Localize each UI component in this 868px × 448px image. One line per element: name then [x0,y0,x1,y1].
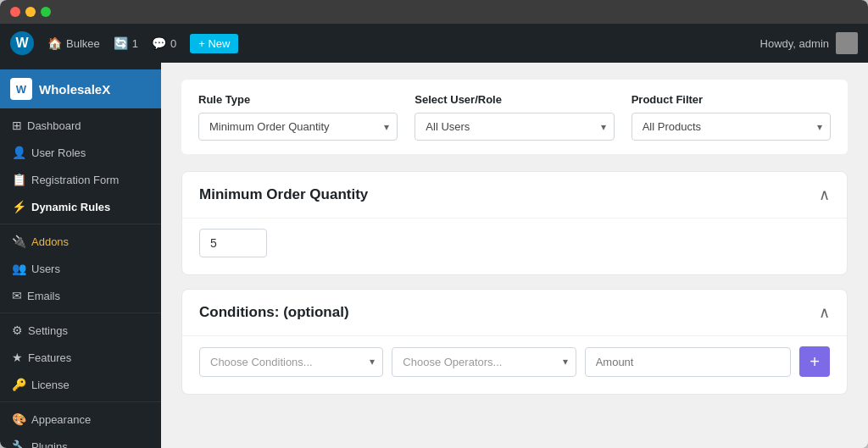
close-button[interactable] [10,7,20,17]
choose-conditions-wrapper: Choose Conditions... [199,347,383,377]
users-icon: 👥 [12,262,26,275]
sidebar-item-emails[interactable]: ✉ Emails [0,282,161,309]
sidebar: W WholesaleX ⊞ Dashboard 👤 User Roles 📋 … [0,63,161,448]
rule-type-row: Rule Type Minimum Order Quantity Select … [181,80,848,154]
sidebar-brand[interactable]: W WholesaleX [0,69,161,108]
amount-input[interactable] [585,347,791,377]
maximize-button[interactable] [41,7,51,17]
conditions-toggle-icon[interactable]: ∧ [819,303,830,322]
product-filter-field: Product Filter All Products [632,93,831,141]
updates-count: 1 [132,37,138,50]
sidebar-item-label: Settings [28,324,68,337]
sidebar-item-features[interactable]: ★ Features [0,344,161,371]
conditions-body: Choose Conditions... Choose Operators...… [182,335,847,394]
product-filter-select-wrapper: All Products [632,113,831,141]
sidebar-item-user-roles[interactable]: 👤 User Roles [0,139,161,166]
product-filter-label: Product Filter [632,93,831,106]
addons-icon: 🔌 [12,235,26,248]
plugins-icon: 🔧 [12,440,26,448]
choose-conditions-select[interactable]: Choose Conditions... [199,347,383,377]
sidebar-item-label: Appearance [31,413,91,426]
content-area: Rule Type Minimum Order Quantity Select … [161,63,868,448]
minimize-button[interactable] [25,7,36,17]
sidebar-divider-2 [0,312,161,313]
conditions-title: Conditions: (optional) [199,304,349,321]
rule-type-select[interactable]: Minimum Order Quantity [198,113,398,141]
sidebar-item-plugins[interactable]: 🔧 Plugins [0,433,161,448]
traffic-lights [10,7,51,17]
sidebar-item-label: Emails [27,290,60,302]
comments-icon: 💬 [152,36,166,50]
features-icon: ★ [12,351,23,364]
howdy-label: Howdy, admin [760,32,858,54]
dynamic-rules-icon: ⚡ [12,200,26,213]
choose-operators-wrapper: Choose Operators... [392,347,576,377]
user-role-select-wrapper: All Users [415,113,614,141]
title-bar [0,0,868,24]
min-order-toggle-icon[interactable]: ∧ [819,185,830,204]
sidebar-item-appearance[interactable]: 🎨 Appearance [0,406,161,433]
sidebar-item-label: Features [28,351,71,364]
brand-icon: W [10,78,32,100]
admin-bar-updates[interactable]: 🔄 1 [114,36,138,50]
avatar [836,32,858,54]
sidebar-item-dynamic-rules[interactable]: ⚡ Dynamic Rules [0,193,161,220]
registration-icon: 📋 [12,173,26,186]
sidebar-item-label: Registration Form [31,174,119,186]
choose-operators-select[interactable]: Choose Operators... [392,347,576,377]
appearance-icon: 🎨 [12,412,26,426]
comments-count: 0 [170,37,176,50]
rule-type-label: Rule Type [198,93,398,106]
emails-icon: ✉ [12,289,22,302]
quantity-input[interactable] [199,229,267,257]
sidebar-item-registration-form[interactable]: 📋 Registration Form [0,166,161,193]
sidebar-item-label: License [31,379,70,391]
user-roles-icon: 👤 [12,146,26,159]
sidebar-item-users[interactable]: 👥 Users [0,255,161,282]
settings-icon: ⚙ [12,324,23,337]
sidebar-item-label: User Roles [31,147,86,159]
sidebar-item-dashboard[interactable]: ⊞ Dashboard [0,112,161,139]
dashboard-icon: ⊞ [12,119,22,132]
conditions-row: Choose Conditions... Choose Operators...… [199,346,830,377]
sidebar-divider [0,224,161,224]
conditions-header[interactable]: Conditions: (optional) ∧ [182,290,847,335]
rule-type-select-wrapper: Minimum Order Quantity [198,113,398,141]
user-role-label: Select User/Role [415,93,614,106]
admin-bar-comments[interactable]: 💬 0 [152,36,176,50]
min-order-body [182,218,847,274]
new-button[interactable]: + New [190,34,238,53]
sidebar-item-addons[interactable]: 🔌 Addons [0,228,161,255]
sidebar-item-label: Plugins [31,440,68,449]
sidebar-item-license[interactable]: 🔑 License [0,371,161,398]
sidebar-item-label: Addons [31,235,69,248]
home-icon: 🏠 [47,36,62,50]
min-order-title: Minimum Order Quantity [199,186,368,203]
conditions-section: Conditions: (optional) ∧ Choose Conditio… [181,289,848,395]
sidebar-item-label: Dashboard [27,119,81,132]
sidebar-item-label: Users [31,263,60,275]
add-condition-button[interactable]: + [799,346,830,377]
site-name: Bulkee [66,37,100,50]
updates-icon: 🔄 [114,36,128,50]
rule-type-field: Rule Type Minimum Order Quantity [198,93,398,141]
min-order-header[interactable]: Minimum Order Quantity ∧ [182,172,847,218]
sidebar-item-settings[interactable]: ⚙ Settings [0,317,161,344]
sidebar-item-label: Dynamic Rules [31,201,110,213]
admin-bar-site[interactable]: 🏠 Bulkee [47,36,100,50]
brand-name: WholesaleX [39,82,110,97]
user-role-field: Select User/Role All Users [415,93,614,141]
wp-logo[interactable]: W [10,31,34,55]
license-icon: 🔑 [12,378,26,391]
admin-bar: W 🏠 Bulkee 🔄 1 💬 0 + New Howdy, admin [0,24,868,63]
product-filter-select[interactable]: All Products [632,113,831,141]
min-order-section: Minimum Order Quantity ∧ [181,171,848,275]
sidebar-divider-3 [0,401,161,402]
user-role-select[interactable]: All Users [415,113,614,141]
